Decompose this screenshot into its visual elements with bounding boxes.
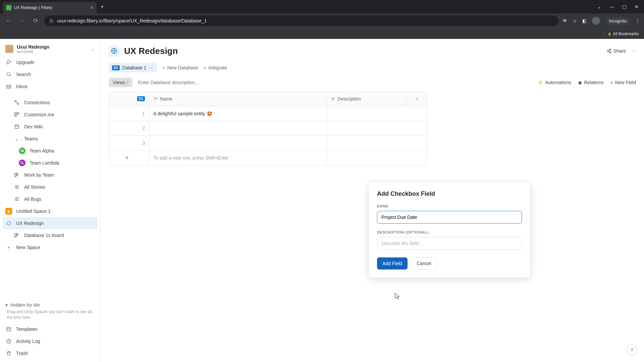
workspace-avatar — [5, 45, 13, 53]
add-row-button[interactable]: + To add a new row, press Shift+Enter — [109, 150, 427, 165]
forward-button[interactable]: → — [17, 17, 27, 24]
db-badge: D1 — [137, 96, 145, 101]
row-number: 3 — [109, 136, 149, 150]
all-bookmarks-button[interactable]: ▮ All Bookmarks — [608, 32, 639, 36]
cancel-button[interactable]: Cancel — [411, 257, 437, 269]
share-icon — [606, 48, 611, 54]
maximize-icon[interactable]: ▢ — [622, 4, 627, 9]
incognito-avatar-icon[interactable] — [592, 17, 600, 25]
sidebar-item-activity-log[interactable]: Activity Log — [0, 335, 100, 347]
views-button[interactable]: Views 2 — [109, 78, 132, 87]
back-button[interactable]: ← — [4, 17, 13, 24]
star-icon[interactable]: ☆ — [573, 18, 577, 23]
new-field-button[interactable]: + New Field — [610, 80, 636, 85]
hidden-hint: Drag and Drop Spaces you don't want to s… — [5, 309, 95, 320]
text-icon — [331, 97, 335, 101]
sidebar-item-ux-redesign[interactable]: UX Redesign — [3, 217, 98, 229]
url-bar[interactable]: uxui-redesign.fibery.io/fibery/space/UX_… — [44, 15, 558, 26]
sidebar-item-customize[interactable]: Customize.me — [0, 109, 100, 121]
database-tab[interactable]: D1 Database 1 ⋯ — [109, 63, 157, 72]
eye-off-icon[interactable]: 👁 — [562, 18, 567, 23]
relations-button[interactable]: ◉ Relations — [578, 80, 603, 85]
space-icon: ◆ — [5, 208, 12, 215]
browser-menu-icon[interactable]: ⋮ — [635, 18, 640, 23]
inbox-icon — [5, 83, 12, 90]
rocket-icon — [5, 59, 12, 66]
chevron-down-icon[interactable]: ⌄ — [91, 46, 95, 52]
svg-rect-4 — [15, 113, 16, 114]
plus-icon: + — [5, 244, 12, 251]
sidebar-item-db-board[interactable]: Database 1s board — [0, 229, 100, 241]
sidebar-item-templates[interactable]: Templates — [0, 323, 100, 335]
address-bar: ← → ⟳ uxui-redesign.fibery.io/fibery/spa… — [0, 13, 644, 28]
incognito-badge: Incognito — [605, 17, 630, 25]
database-description-input[interactable] — [138, 80, 532, 85]
sidebar-item-connections[interactable]: Connections — [0, 97, 100, 109]
sidebar-item-devwiki[interactable]: Dev Wiki — [0, 121, 100, 133]
cell-name[interactable]: A delightful sample entity 🤩 — [149, 106, 327, 121]
page-icon[interactable] — [109, 46, 119, 56]
hidden-for-me-toggle[interactable]: ▾ Hidden for Me — [5, 302, 95, 308]
sidebar-item-upgrade[interactable]: Upgrade — [0, 56, 100, 68]
close-window-icon[interactable]: ✕ — [635, 4, 639, 9]
more-icon[interactable]: ⋯ — [631, 48, 636, 54]
table-row[interactable]: 2 — [109, 121, 427, 136]
cell-name[interactable] — [149, 136, 327, 150]
cell-name[interactable] — [149, 121, 327, 135]
reload-button[interactable]: ⟳ — [31, 17, 40, 24]
row-number: 2 — [109, 121, 149, 135]
column-header-name[interactable]: Name — [149, 92, 327, 106]
sidebar-item-teams[interactable]: ⌄ Teams — [0, 133, 100, 145]
table-row[interactable]: 3 — [109, 136, 427, 150]
sidebar-item-untitled-space[interactable]: ◆ Untitled Space 1 — [0, 205, 100, 217]
add-column-button[interactable]: + — [407, 92, 427, 106]
sidebar-item-work-by-team[interactable]: Work by Team — [0, 169, 100, 181]
help-icon: ? — [631, 347, 633, 353]
minimize-icon[interactable]: — — [609, 4, 614, 9]
svg-rect-10 — [15, 234, 16, 237]
sidebar-item-search[interactable]: Search — [0, 68, 100, 80]
close-icon[interactable]: × — [90, 5, 93, 11]
sidebar-item-team-alpha[interactable]: TA Team Alpha — [0, 145, 100, 157]
table-header-row: D1 Name Description + — [109, 92, 427, 106]
automations-button[interactable]: ⚡ Automations — [537, 80, 571, 85]
extensions-icon[interactable]: ◧ — [582, 18, 587, 23]
integrate-button[interactable]: ⟡ Integrate — [203, 65, 227, 71]
sidebar: Uxui Redesign ea131bb8 ⌄ Upgrade Search … — [0, 39, 101, 362]
sidebar-item-team-lambda[interactable]: TL Team Lambda — [0, 157, 100, 169]
list-icon — [13, 184, 20, 190]
description-label: Description (optional) — [377, 230, 522, 234]
workspace-switcher[interactable]: Uxui Redesign ea131bb8 ⌄ — [0, 42, 100, 56]
page-title: UX Redesign — [124, 46, 178, 56]
share-button[interactable]: Share — [606, 48, 626, 54]
sidebar-item-all-stories[interactable]: All Stories — [0, 181, 100, 193]
window-controls: ⌄ — ▢ ✕ — [597, 4, 644, 9]
templates-icon — [5, 326, 12, 333]
list-icon — [13, 196, 20, 202]
plus-icon: + — [162, 65, 165, 70]
field-description-input[interactable] — [377, 237, 522, 250]
text-icon — [153, 97, 158, 101]
plus-icon: + — [610, 80, 613, 85]
new-tab-button[interactable]: + — [101, 4, 104, 10]
sidebar-item-all-bugs[interactable]: All Bugs — [0, 193, 100, 205]
field-name-input[interactable] — [377, 211, 522, 224]
browser-tab[interactable]: UX Redesign | Fibery × — [3, 2, 97, 13]
browser-tab-bar: UX Redesign | Fibery × + ⌄ — ▢ ✕ — [0, 0, 644, 13]
relations-icon: ◉ — [578, 80, 582, 85]
sidebar-item-trash[interactable]: Trash — [0, 347, 100, 359]
help-button[interactable]: ? — [627, 345, 637, 355]
more-icon[interactable]: ⋯ — [149, 65, 154, 70]
table-row[interactable]: 1 A delightful sample entity 🤩 — [109, 106, 427, 121]
sidebar-item-new-space[interactable]: + New Space — [0, 241, 100, 253]
workspace-id: ea131bb8 — [17, 50, 88, 54]
new-database-button[interactable]: + New Database — [162, 65, 198, 70]
column-header-description[interactable]: Description — [327, 92, 407, 106]
grid-icon — [13, 111, 20, 118]
add-field-button[interactable]: Add Field — [377, 257, 408, 269]
sidebar-item-inbox[interactable]: Inbox — [0, 80, 100, 93]
workspace-name: Uxui Redesign — [17, 44, 88, 50]
chevron-down-icon[interactable]: ⌄ — [597, 4, 601, 9]
svg-point-16 — [609, 49, 611, 50]
svg-rect-5 — [17, 113, 19, 114]
